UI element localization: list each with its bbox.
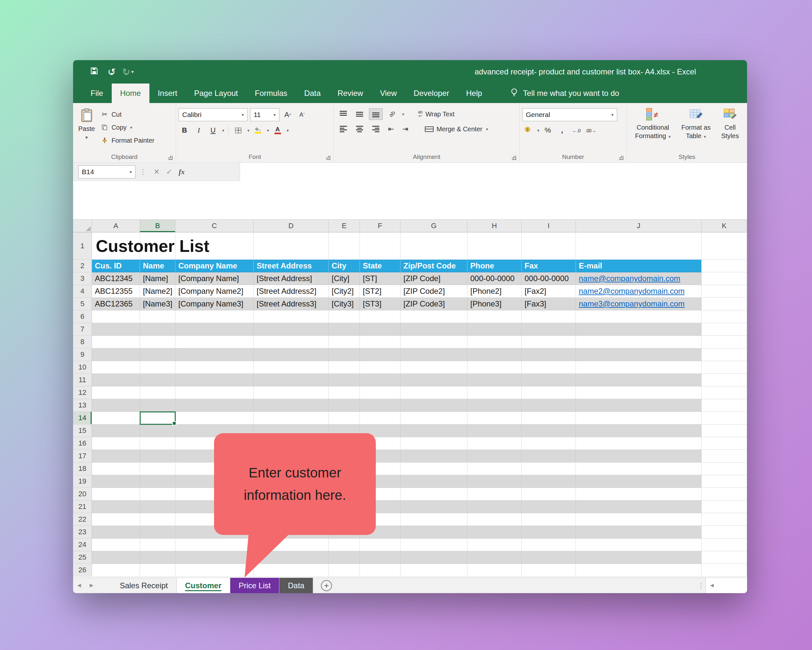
cell-I20[interactable] [522, 488, 576, 500]
row-header-11[interactable]: 11 [73, 374, 92, 387]
cell-A26[interactable] [92, 564, 140, 577]
row-header-4[interactable]: 4 [73, 285, 92, 298]
column-header-B[interactable]: B [140, 220, 176, 232]
cell-I15[interactable] [522, 424, 576, 437]
number-dialog-launcher[interactable] [619, 156, 623, 160]
cell-H17[interactable] [467, 450, 522, 462]
cell-J2[interactable]: E-mail [576, 260, 702, 272]
cell-J7[interactable] [576, 323, 702, 336]
cell-G25[interactable] [400, 551, 467, 564]
cell-B26[interactable] [140, 564, 176, 577]
cell-G21[interactable] [400, 500, 467, 513]
cell-E14[interactable] [329, 412, 360, 424]
cell-C10[interactable] [176, 361, 254, 374]
column-header-C[interactable]: C [176, 220, 254, 232]
tab-splitter-grip[interactable]: ⋮ [696, 578, 705, 593]
ribbon-tab-home[interactable]: Home [112, 84, 150, 103]
increase-font-size-button[interactable]: A^ [282, 109, 294, 121]
cell-H11[interactable] [467, 374, 522, 387]
sheet-tab-price-list[interactable]: Price List [230, 578, 280, 593]
cell-C6[interactable] [176, 310, 254, 323]
cell-B9[interactable] [140, 349, 176, 361]
cell-H19[interactable] [467, 475, 522, 488]
undo-icon[interactable]: ↺▾ [107, 66, 113, 78]
ribbon-tab-view[interactable]: View [372, 84, 405, 103]
cell-J18[interactable] [576, 462, 702, 475]
cell-K17[interactable] [702, 450, 747, 462]
cell-B6[interactable] [140, 310, 176, 323]
cell-A22[interactable] [92, 513, 140, 526]
cell-A18[interactable] [92, 462, 140, 475]
cell-E13[interactable] [329, 399, 360, 412]
row-header-22[interactable]: 22 [73, 513, 92, 526]
cell-E26[interactable] [329, 564, 360, 577]
accounting-format-caret[interactable]: ▾ [537, 128, 539, 133]
cell-C25[interactable] [176, 551, 254, 564]
cell-I25[interactable] [522, 551, 576, 564]
orientation-button[interactable]: ab [385, 108, 399, 120]
alignment-dialog-launcher[interactable] [512, 156, 516, 160]
cell-I6[interactable] [522, 310, 576, 323]
cell-E9[interactable] [329, 349, 360, 361]
cell-I2[interactable]: Fax [522, 260, 576, 272]
borders-caret[interactable]: ▾ [247, 128, 250, 133]
horizontal-scrollbar[interactable]: ◄ [705, 578, 747, 593]
font-dialog-launcher[interactable] [326, 156, 330, 160]
cell-G7[interactable] [400, 323, 467, 336]
cell-K16[interactable] [702, 437, 747, 450]
cell-F10[interactable] [360, 361, 400, 374]
cell-I26[interactable] [522, 564, 576, 577]
cell-I10[interactable] [522, 361, 576, 374]
cell-G19[interactable] [400, 475, 467, 488]
cell-J26[interactable] [576, 564, 702, 577]
cell-D11[interactable] [254, 374, 329, 387]
cell-H8[interactable] [467, 336, 522, 349]
decrease-indent-button[interactable]: ⇤ [385, 123, 397, 135]
percent-style-button[interactable]: % [542, 124, 554, 136]
cell-A13[interactable] [92, 399, 140, 412]
cell-A8[interactable] [92, 336, 140, 349]
cell-F3[interactable]: [ST] [360, 272, 400, 285]
cell-I9[interactable] [522, 349, 576, 361]
cell-H13[interactable] [467, 399, 522, 412]
top-align-button[interactable] [336, 108, 350, 120]
cell-D10[interactable] [254, 361, 329, 374]
column-header-K[interactable]: K [702, 220, 747, 232]
cell-G1[interactable] [400, 232, 467, 260]
cell-A10[interactable] [92, 361, 140, 374]
cell-J20[interactable] [576, 488, 702, 500]
cell-J16[interactable] [576, 437, 702, 450]
cell-J13[interactable] [576, 399, 702, 412]
cell-E10[interactable] [329, 361, 360, 374]
cell-B25[interactable] [140, 551, 176, 564]
merge-center-caret[interactable]: ▾ [486, 127, 488, 132]
cell-G23[interactable] [400, 526, 467, 538]
paste-button[interactable]: Paste ▾ [76, 106, 98, 151]
cell-I12[interactable] [522, 387, 576, 399]
cell-J22[interactable] [576, 513, 702, 526]
tell-me-box[interactable]: Tell me what you want to do [510, 84, 619, 103]
cell-F7[interactable] [360, 323, 400, 336]
cell-J15[interactable] [576, 424, 702, 437]
cell-I23[interactable] [522, 526, 576, 538]
row-header-26[interactable]: 26 [73, 564, 92, 577]
cell-K3[interactable] [702, 272, 747, 285]
cell-C14[interactable] [176, 412, 254, 424]
cell-I22[interactable] [522, 513, 576, 526]
cell-A16[interactable] [92, 437, 140, 450]
cell-A17[interactable] [92, 450, 140, 462]
middle-align-button[interactable] [353, 108, 366, 120]
cell-K14[interactable] [702, 412, 747, 424]
cell-A9[interactable] [92, 349, 140, 361]
ribbon-tab-formulas[interactable]: Formulas [247, 84, 296, 103]
row-header-21[interactable]: 21 [73, 500, 92, 513]
cell-F2[interactable]: State [360, 260, 400, 272]
customize-qat-icon[interactable]: ▾ [131, 69, 134, 75]
cell-K21[interactable] [702, 500, 747, 513]
cell-G24[interactable] [400, 538, 467, 551]
cell-G15[interactable] [400, 424, 467, 437]
cell-B5[interactable]: [Name3] [140, 298, 176, 310]
cell-J3[interactable]: name@companydomain.com [576, 272, 702, 285]
cut-button[interactable]: ✂ Cut [101, 109, 154, 120]
cell-H14[interactable] [467, 412, 522, 424]
